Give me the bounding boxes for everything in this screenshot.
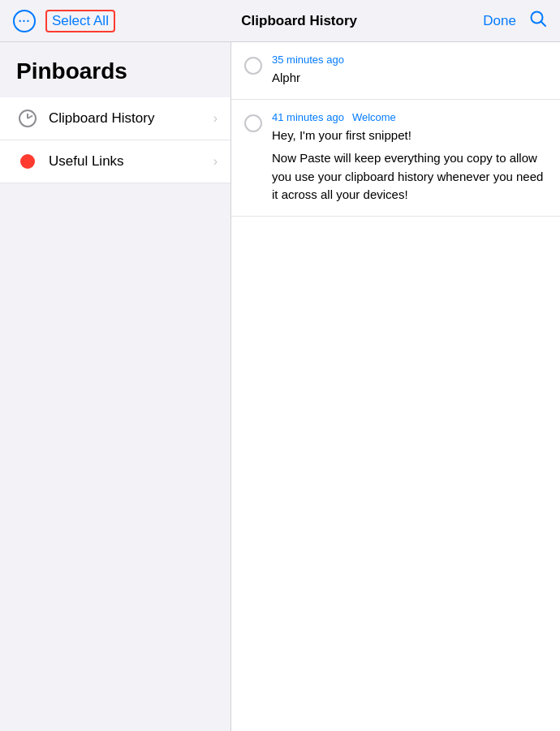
content-area: 35 minutes ago Alphr 41 minutes ago Welc… xyxy=(231,42,560,731)
main-content: Pinboards Clipboard History › Useful Lin… xyxy=(0,42,560,731)
clip-item-2: 41 minutes ago Welcome Hey, I'm your fir… xyxy=(231,100,560,217)
clip-time-2: 41 minutes ago xyxy=(272,111,344,123)
chevron-right-icon: › xyxy=(213,111,218,126)
more-options-icon[interactable]: ··· xyxy=(13,10,36,32)
clip-radio-2[interactable] xyxy=(244,114,262,132)
clip-text-1: Alphr xyxy=(272,69,547,88)
nav-left: ··· Select All xyxy=(13,10,115,32)
clip-body-1: 35 minutes ago Alphr xyxy=(272,54,547,88)
nav-bar: ··· Select All Clipboard History Done xyxy=(0,0,560,42)
nav-title: Clipboard History xyxy=(241,13,357,29)
chevron-right-icon: › xyxy=(213,154,218,169)
clip-radio-1[interactable] xyxy=(244,57,262,75)
sidebar-item-label: Useful Links xyxy=(49,153,213,170)
clip-time-1: 35 minutes ago xyxy=(272,54,344,66)
sidebar-item-clipboard-history[interactable]: Clipboard History › xyxy=(0,97,230,140)
clip-text-line1: Hey, I'm your first snippet! xyxy=(272,127,547,145)
select-all-button[interactable]: Select All xyxy=(45,10,115,32)
clip-meta-2: 41 minutes ago Welcome xyxy=(272,111,547,123)
clip-body-2: 41 minutes ago Welcome Hey, I'm your fir… xyxy=(272,111,547,204)
done-button[interactable]: Done xyxy=(483,13,516,29)
red-dot-icon xyxy=(16,150,39,173)
dots-label: ··· xyxy=(19,15,31,28)
clock-icon xyxy=(16,107,39,130)
sidebar: Pinboards Clipboard History › Useful Lin… xyxy=(0,42,231,731)
clip-tag-2: Welcome xyxy=(352,111,396,123)
search-icon[interactable] xyxy=(529,10,547,32)
clip-meta-1: 35 minutes ago xyxy=(272,54,547,66)
sidebar-item-useful-links[interactable]: Useful Links › xyxy=(0,140,230,183)
nav-right: Done xyxy=(483,10,547,32)
clip-text-line2: Now Paste will keep everything you copy … xyxy=(272,149,547,204)
clip-item-1: 35 minutes ago Alphr xyxy=(231,42,560,100)
svg-line-1 xyxy=(541,22,545,27)
sidebar-item-label: Clipboard History xyxy=(49,110,213,127)
sidebar-title: Pinboards xyxy=(0,58,230,97)
